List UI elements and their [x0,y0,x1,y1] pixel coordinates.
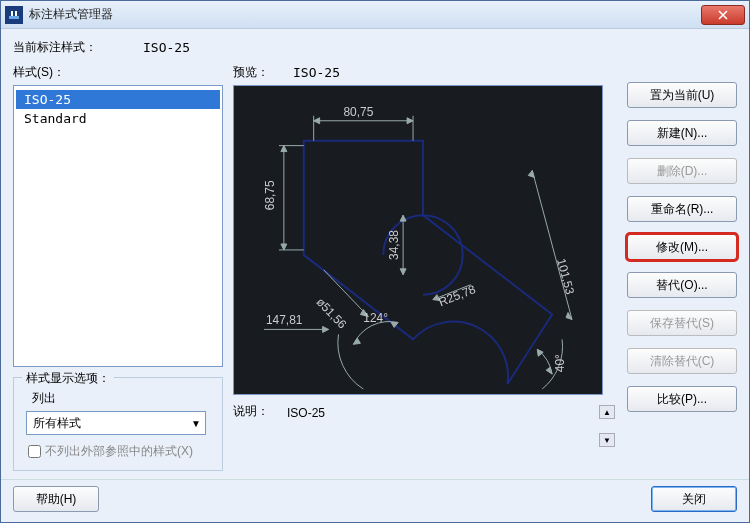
left-column: 样式(S)： ISO-25 Standard 样式显示选项： 列出 所有样式 ▼… [13,64,223,471]
clear-override-button: 清除替代(C) [627,348,737,374]
svg-text:68,75: 68,75 [263,180,277,210]
svg-line-10 [532,170,572,319]
description-text: ISO-25 [287,406,325,420]
dialog-window: 标注样式管理器 当前标注样式： ISO-25 样式(S)： ISO-25 Sta… [0,0,750,523]
close-window-button[interactable] [701,5,745,25]
select-value: 所有样式 [33,415,81,432]
new-button[interactable]: 新建(N)... [627,120,737,146]
preview-label: 预览： [233,64,293,81]
current-style-row: 当前标注样式： ISO-25 [13,39,737,56]
description-row: 说明： ISO-25 ▲ ▼ [233,403,617,449]
app-icon [5,6,23,24]
compare-button[interactable]: 比较(P)... [627,386,737,412]
dialog-footer: 帮助(H) 关闭 [1,479,749,522]
title-bar: 标注样式管理器 [1,1,749,29]
svg-rect-2 [15,11,17,16]
set-current-button[interactable]: 置为当前(U) [627,82,737,108]
right-button-column: 置为当前(U) 新建(N)... 删除(D)... 重命名(R)... 修改(M… [627,64,737,471]
dialog-body: 当前标注样式： ISO-25 样式(S)： ISO-25 Standard 样式… [1,29,749,479]
svg-text:34,38: 34,38 [387,230,401,260]
exclude-xref-checkbox[interactable] [28,445,41,458]
footer-spacer [99,486,651,512]
description-label: 说明： [233,403,283,449]
preview-drawing: 80,75 68,75 34,38 101,53 ø51,56 R25,78 1… [234,86,602,394]
styles-listbox[interactable]: ISO-25 Standard [13,85,223,367]
override-button[interactable]: 替代(O)... [627,272,737,298]
scroll-up-button[interactable]: ▲ [599,405,615,419]
current-style-label: 当前标注样式： [13,39,143,56]
chevron-down-icon: ▼ [191,418,201,429]
svg-text:147,81: 147,81 [266,313,303,327]
window-title: 标注样式管理器 [29,6,701,23]
current-style-value: ISO-25 [143,40,190,55]
delete-button: 删除(D)... [627,158,737,184]
close-button[interactable]: 关闭 [651,486,737,512]
preview-header: 预览： ISO-25 [233,64,617,81]
styles-label: 样式(S)： [13,64,223,81]
display-options-group: 样式显示选项： 列出 所有样式 ▼ 不列出外部参照中的样式(X) [13,377,223,471]
middle-column: 预览： ISO-25 [233,64,617,471]
display-options-legend: 样式显示选项： [22,370,114,387]
svg-rect-1 [11,11,13,16]
exclude-xref-checkbox-row[interactable]: 不列出外部参照中的样式(X) [28,443,214,460]
svg-text:R25,78: R25,78 [437,282,478,310]
modify-button[interactable]: 修改(M)... [627,234,737,260]
svg-text:40°: 40° [553,354,567,372]
preview-style-name: ISO-25 [293,65,340,80]
description-box: ISO-25 ▲ ▼ [283,403,617,449]
svg-text:124°: 124° [363,311,388,325]
list-item[interactable]: Standard [16,109,220,128]
help-button[interactable]: 帮助(H) [13,486,99,512]
svg-rect-0 [9,16,19,19]
svg-text:101,53: 101,53 [554,257,577,296]
save-override-button: 保存替代(S) [627,310,737,336]
scroll-down-button[interactable]: ▼ [599,433,615,447]
svg-text:80,75: 80,75 [343,105,373,119]
close-icon [717,10,729,20]
rename-button[interactable]: 重命名(R)... [627,196,737,222]
list-sub-label: 列出 [32,390,214,407]
svg-text:ø51,56: ø51,56 [314,295,350,332]
exclude-xref-label: 不列出外部参照中的样式(X) [45,443,193,460]
list-filter-select[interactable]: 所有样式 ▼ [26,411,206,435]
main-area: 样式(S)： ISO-25 Standard 样式显示选项： 列出 所有样式 ▼… [13,64,737,471]
list-item[interactable]: ISO-25 [16,90,220,109]
preview-canvas: 80,75 68,75 34,38 101,53 ø51,56 R25,78 1… [233,85,603,395]
